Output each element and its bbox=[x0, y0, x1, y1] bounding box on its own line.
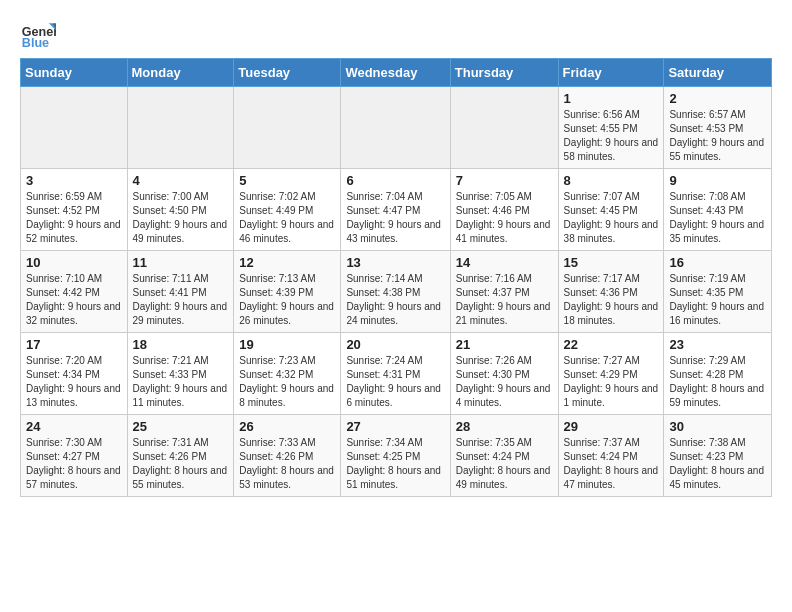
day-number: 26 bbox=[239, 419, 335, 434]
calendar-header-friday: Friday bbox=[558, 59, 664, 87]
calendar-cell bbox=[450, 87, 558, 169]
day-content: Sunrise: 7:13 AM Sunset: 4:39 PM Dayligh… bbox=[239, 272, 335, 328]
day-content: Sunrise: 7:26 AM Sunset: 4:30 PM Dayligh… bbox=[456, 354, 553, 410]
day-number: 3 bbox=[26, 173, 122, 188]
day-content: Sunrise: 7:08 AM Sunset: 4:43 PM Dayligh… bbox=[669, 190, 766, 246]
calendar-week-3: 10Sunrise: 7:10 AM Sunset: 4:42 PM Dayli… bbox=[21, 251, 772, 333]
calendar-cell: 22Sunrise: 7:27 AM Sunset: 4:29 PM Dayli… bbox=[558, 333, 664, 415]
calendar-cell bbox=[21, 87, 128, 169]
calendar-table: SundayMondayTuesdayWednesdayThursdayFrid… bbox=[20, 58, 772, 497]
day-number: 24 bbox=[26, 419, 122, 434]
calendar-cell: 23Sunrise: 7:29 AM Sunset: 4:28 PM Dayli… bbox=[664, 333, 772, 415]
day-number: 10 bbox=[26, 255, 122, 270]
day-content: Sunrise: 7:29 AM Sunset: 4:28 PM Dayligh… bbox=[669, 354, 766, 410]
calendar-cell: 8Sunrise: 7:07 AM Sunset: 4:45 PM Daylig… bbox=[558, 169, 664, 251]
calendar-cell: 3Sunrise: 6:59 AM Sunset: 4:52 PM Daylig… bbox=[21, 169, 128, 251]
calendar-cell: 17Sunrise: 7:20 AM Sunset: 4:34 PM Dayli… bbox=[21, 333, 128, 415]
calendar-cell: 29Sunrise: 7:37 AM Sunset: 4:24 PM Dayli… bbox=[558, 415, 664, 497]
calendar-cell: 14Sunrise: 7:16 AM Sunset: 4:37 PM Dayli… bbox=[450, 251, 558, 333]
day-content: Sunrise: 7:34 AM Sunset: 4:25 PM Dayligh… bbox=[346, 436, 444, 492]
calendar-cell: 15Sunrise: 7:17 AM Sunset: 4:36 PM Dayli… bbox=[558, 251, 664, 333]
day-content: Sunrise: 7:33 AM Sunset: 4:26 PM Dayligh… bbox=[239, 436, 335, 492]
logo-icon: General Blue bbox=[20, 16, 56, 52]
day-number: 19 bbox=[239, 337, 335, 352]
logo: General Blue bbox=[20, 16, 62, 52]
day-content: Sunrise: 7:16 AM Sunset: 4:37 PM Dayligh… bbox=[456, 272, 553, 328]
calendar-cell: 7Sunrise: 7:05 AM Sunset: 4:46 PM Daylig… bbox=[450, 169, 558, 251]
calendar-week-5: 24Sunrise: 7:30 AM Sunset: 4:27 PM Dayli… bbox=[21, 415, 772, 497]
day-content: Sunrise: 7:21 AM Sunset: 4:33 PM Dayligh… bbox=[133, 354, 229, 410]
calendar-cell: 5Sunrise: 7:02 AM Sunset: 4:49 PM Daylig… bbox=[234, 169, 341, 251]
day-content: Sunrise: 7:14 AM Sunset: 4:38 PM Dayligh… bbox=[346, 272, 444, 328]
calendar-cell bbox=[341, 87, 450, 169]
day-content: Sunrise: 7:27 AM Sunset: 4:29 PM Dayligh… bbox=[564, 354, 659, 410]
day-content: Sunrise: 7:19 AM Sunset: 4:35 PM Dayligh… bbox=[669, 272, 766, 328]
calendar-cell: 12Sunrise: 7:13 AM Sunset: 4:39 PM Dayli… bbox=[234, 251, 341, 333]
day-content: Sunrise: 7:31 AM Sunset: 4:26 PM Dayligh… bbox=[133, 436, 229, 492]
day-number: 16 bbox=[669, 255, 766, 270]
day-content: Sunrise: 7:00 AM Sunset: 4:50 PM Dayligh… bbox=[133, 190, 229, 246]
day-number: 14 bbox=[456, 255, 553, 270]
day-content: Sunrise: 7:23 AM Sunset: 4:32 PM Dayligh… bbox=[239, 354, 335, 410]
day-content: Sunrise: 7:20 AM Sunset: 4:34 PM Dayligh… bbox=[26, 354, 122, 410]
calendar-cell bbox=[127, 87, 234, 169]
day-number: 8 bbox=[564, 173, 659, 188]
day-number: 6 bbox=[346, 173, 444, 188]
day-content: Sunrise: 7:04 AM Sunset: 4:47 PM Dayligh… bbox=[346, 190, 444, 246]
day-content: Sunrise: 6:56 AM Sunset: 4:55 PM Dayligh… bbox=[564, 108, 659, 164]
calendar-cell: 6Sunrise: 7:04 AM Sunset: 4:47 PM Daylig… bbox=[341, 169, 450, 251]
calendar-cell: 19Sunrise: 7:23 AM Sunset: 4:32 PM Dayli… bbox=[234, 333, 341, 415]
day-content: Sunrise: 7:07 AM Sunset: 4:45 PM Dayligh… bbox=[564, 190, 659, 246]
calendar-cell: 1Sunrise: 6:56 AM Sunset: 4:55 PM Daylig… bbox=[558, 87, 664, 169]
day-number: 30 bbox=[669, 419, 766, 434]
calendar-cell: 9Sunrise: 7:08 AM Sunset: 4:43 PM Daylig… bbox=[664, 169, 772, 251]
calendar-cell: 21Sunrise: 7:26 AM Sunset: 4:30 PM Dayli… bbox=[450, 333, 558, 415]
day-number: 28 bbox=[456, 419, 553, 434]
calendar-cell: 26Sunrise: 7:33 AM Sunset: 4:26 PM Dayli… bbox=[234, 415, 341, 497]
day-number: 29 bbox=[564, 419, 659, 434]
calendar-cell: 27Sunrise: 7:34 AM Sunset: 4:25 PM Dayli… bbox=[341, 415, 450, 497]
day-content: Sunrise: 7:38 AM Sunset: 4:23 PM Dayligh… bbox=[669, 436, 766, 492]
calendar-week-1: 1Sunrise: 6:56 AM Sunset: 4:55 PM Daylig… bbox=[21, 87, 772, 169]
calendar-cell: 16Sunrise: 7:19 AM Sunset: 4:35 PM Dayli… bbox=[664, 251, 772, 333]
svg-text:Blue: Blue bbox=[22, 36, 49, 50]
calendar-cell: 2Sunrise: 6:57 AM Sunset: 4:53 PM Daylig… bbox=[664, 87, 772, 169]
calendar-header-monday: Monday bbox=[127, 59, 234, 87]
day-number: 27 bbox=[346, 419, 444, 434]
day-content: Sunrise: 7:10 AM Sunset: 4:42 PM Dayligh… bbox=[26, 272, 122, 328]
day-content: Sunrise: 7:24 AM Sunset: 4:31 PM Dayligh… bbox=[346, 354, 444, 410]
page-header: General Blue bbox=[20, 16, 772, 52]
calendar-cell: 20Sunrise: 7:24 AM Sunset: 4:31 PM Dayli… bbox=[341, 333, 450, 415]
day-number: 20 bbox=[346, 337, 444, 352]
calendar-cell: 10Sunrise: 7:10 AM Sunset: 4:42 PM Dayli… bbox=[21, 251, 128, 333]
day-content: Sunrise: 6:57 AM Sunset: 4:53 PM Dayligh… bbox=[669, 108, 766, 164]
day-number: 13 bbox=[346, 255, 444, 270]
calendar-cell: 4Sunrise: 7:00 AM Sunset: 4:50 PM Daylig… bbox=[127, 169, 234, 251]
day-number: 5 bbox=[239, 173, 335, 188]
calendar-cell: 13Sunrise: 7:14 AM Sunset: 4:38 PM Dayli… bbox=[341, 251, 450, 333]
day-number: 18 bbox=[133, 337, 229, 352]
calendar-week-2: 3Sunrise: 6:59 AM Sunset: 4:52 PM Daylig… bbox=[21, 169, 772, 251]
day-content: Sunrise: 6:59 AM Sunset: 4:52 PM Dayligh… bbox=[26, 190, 122, 246]
day-number: 21 bbox=[456, 337, 553, 352]
day-number: 7 bbox=[456, 173, 553, 188]
calendar-header-tuesday: Tuesday bbox=[234, 59, 341, 87]
calendar-header-wednesday: Wednesday bbox=[341, 59, 450, 87]
calendar-body: 1Sunrise: 6:56 AM Sunset: 4:55 PM Daylig… bbox=[21, 87, 772, 497]
day-content: Sunrise: 7:30 AM Sunset: 4:27 PM Dayligh… bbox=[26, 436, 122, 492]
day-number: 4 bbox=[133, 173, 229, 188]
day-number: 2 bbox=[669, 91, 766, 106]
calendar-cell: 30Sunrise: 7:38 AM Sunset: 4:23 PM Dayli… bbox=[664, 415, 772, 497]
day-content: Sunrise: 7:17 AM Sunset: 4:36 PM Dayligh… bbox=[564, 272, 659, 328]
calendar-cell: 18Sunrise: 7:21 AM Sunset: 4:33 PM Dayli… bbox=[127, 333, 234, 415]
calendar-header-row: SundayMondayTuesdayWednesdayThursdayFrid… bbox=[21, 59, 772, 87]
day-content: Sunrise: 7:05 AM Sunset: 4:46 PM Dayligh… bbox=[456, 190, 553, 246]
calendar-cell: 11Sunrise: 7:11 AM Sunset: 4:41 PM Dayli… bbox=[127, 251, 234, 333]
calendar-header-sunday: Sunday bbox=[21, 59, 128, 87]
day-number: 1 bbox=[564, 91, 659, 106]
day-content: Sunrise: 7:02 AM Sunset: 4:49 PM Dayligh… bbox=[239, 190, 335, 246]
day-number: 17 bbox=[26, 337, 122, 352]
day-content: Sunrise: 7:35 AM Sunset: 4:24 PM Dayligh… bbox=[456, 436, 553, 492]
calendar-cell bbox=[234, 87, 341, 169]
day-content: Sunrise: 7:37 AM Sunset: 4:24 PM Dayligh… bbox=[564, 436, 659, 492]
